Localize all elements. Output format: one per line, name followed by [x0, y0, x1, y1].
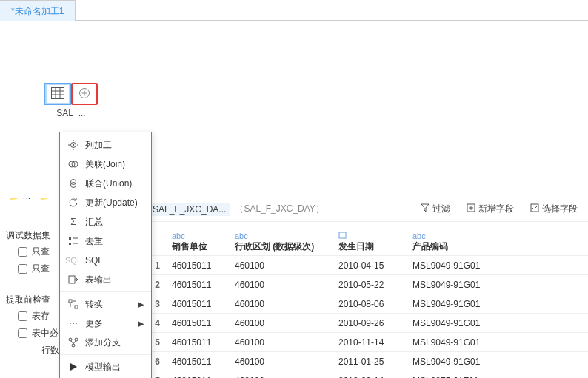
context-menu: 列加工 关联(Join) 联合(Union) 更新(Update) Σ 汇总 去…: [59, 132, 152, 378]
menu-update[interactable]: 更新(Update): [60, 193, 151, 212]
table-row[interactable]: 6460150114601002011-01-25MSL9049-91G01: [141, 352, 588, 371]
cell: 460100: [229, 354, 333, 370]
menu-distinct[interactable]: 去重: [60, 232, 151, 251]
menu-convert[interactable]: 转换 ▶: [60, 294, 151, 314]
cell: 460100: [229, 277, 333, 293]
canvas: SAL_... 列加工 关联(Join) 联合(Union) 更新(Update…: [0, 21, 588, 198]
svg-marker-29: [421, 204, 429, 212]
cell: 46015011: [166, 354, 229, 370]
table-row[interactable]: 2460150114601002010-05-22MSL9049-91G01: [141, 275, 588, 294]
sql-icon: SQL: [67, 256, 79, 265]
checkbox[interactable]: [18, 328, 27, 338]
button-label: 过滤: [432, 203, 450, 215]
table-row[interactable]: 7460150114601002010-03-14MSL9075-91F01: [141, 371, 588, 378]
node-label: SAL_...: [44, 105, 98, 118]
button-label: 选择字段: [542, 203, 578, 215]
table-row[interactable]: 4460150114601002010-09-26MSL9049-91G01: [141, 314, 588, 333]
svg-rect-0: [52, 87, 64, 98]
chevron-right-icon: ▶: [138, 300, 144, 309]
menu-sql[interactable]: SQL SQL: [60, 251, 151, 270]
menu-model-output[interactable]: 模型输出: [60, 357, 151, 377]
cell: 460100: [229, 296, 333, 312]
menu-col-process[interactable]: 列加工: [60, 135, 151, 155]
bc-table-short[interactable]: SAL_F_JXC_DA...: [148, 203, 230, 216]
menu-add-branch[interactable]: 添加分支: [60, 333, 151, 352]
menu-label: 转换: [85, 298, 103, 311]
svg-point-25: [69, 338, 72, 341]
svg-point-26: [75, 338, 78, 341]
menu-label: 表输出: [85, 274, 112, 286]
svg-marker-28: [70, 363, 77, 371]
col-type-abc: abc: [235, 232, 327, 240]
cell: MSL9049-91G01: [407, 277, 503, 293]
menu-separator: [60, 354, 151, 355]
cell: MSL9075-91F01: [407, 373, 503, 379]
checkbox[interactable]: [18, 247, 27, 257]
cell: 460100: [229, 334, 333, 351]
cell: MSL9049-91G01: [407, 296, 503, 312]
check-label: 只查: [32, 246, 50, 258]
plus-icon: [78, 87, 90, 101]
tab-active[interactable]: *未命名加工1: [0, 0, 76, 21]
menu-union[interactable]: 联合(Union): [60, 174, 151, 193]
col-header[interactable]: abc行政区划 (数据级次): [235, 225, 327, 259]
col-header[interactable]: abc销售单位: [172, 225, 223, 259]
play-icon: [67, 362, 79, 372]
cell: MSL9049-91G01: [407, 315, 503, 331]
checkbox[interactable]: [18, 264, 27, 274]
funnel-icon: [421, 203, 430, 215]
button-label: 新增字段: [478, 203, 514, 215]
menu-table-output[interactable]: 表输出: [60, 270, 151, 289]
cell: 46015011: [166, 257, 229, 274]
svg-rect-19: [69, 243, 71, 245]
table-row[interactable]: 1460150114601002010-04-15MSL9049-91G01: [141, 256, 588, 275]
cell: 46015011: [166, 373, 229, 379]
svg-rect-24: [75, 306, 78, 308]
chevron-right-icon: ▶: [138, 319, 144, 328]
cell: MSL9049-91G01: [407, 257, 503, 274]
cell: MSL9049-91G01: [407, 334, 503, 351]
col-type-abc: abc: [412, 232, 497, 240]
menu-label: 模型输出: [85, 361, 121, 374]
folder-icon: 📁: [9, 198, 20, 201]
cell: 460100: [229, 373, 333, 379]
svg-point-9: [73, 144, 74, 146]
col-header[interactable]: abc产品编码: [412, 225, 497, 259]
select-field-button[interactable]: 选择字段: [527, 201, 581, 217]
node-add-button[interactable]: [71, 83, 98, 105]
cell: MSL9049-91G01: [407, 354, 503, 370]
add-field-button[interactable]: 新增字段: [464, 201, 517, 217]
data-table: abc销售单位 abc行政区划 (数据级次) 发生日期 abc产品编码 1460…: [141, 221, 588, 378]
menu-separator: [60, 291, 151, 292]
gear-icon: [67, 140, 79, 150]
menu-aggregate[interactable]: Σ 汇总: [60, 212, 151, 232]
cell: 2010-04-15: [333, 257, 407, 274]
svg-rect-22: [69, 276, 75, 283]
menu-label: 去重: [85, 235, 103, 248]
cell: 460100: [229, 257, 333, 274]
add-field-icon: [467, 203, 475, 215]
table-row[interactable]: 3460150114601002010-08-06MSL9049-91G01: [141, 294, 588, 314]
toolbar: SAL_F_JXC_DA... （SAL_F_JXC_DAY） 过滤 新增字段 …: [141, 198, 588, 221]
check-label: 只查: [32, 263, 50, 275]
menu-more[interactable]: ⋯ 更多 ▶: [60, 314, 151, 333]
menu-join[interactable]: 关联(Join): [60, 155, 151, 174]
col-type-abc: abc: [172, 232, 223, 240]
menu-label: 添加分支: [85, 337, 121, 349]
cell: 46015011: [166, 334, 229, 351]
menu-label: 更多: [85, 317, 103, 330]
table-row[interactable]: 5460150114601002010-11-14MSL9049-91G01: [141, 333, 588, 352]
menu-label: 联合(Union): [85, 178, 132, 190]
svg-rect-34: [339, 232, 346, 238]
cell: 2010-08-06: [333, 296, 407, 312]
union-icon: [67, 178, 79, 189]
filter-button[interactable]: 过滤: [418, 201, 453, 217]
checkbox[interactable]: [18, 311, 27, 321]
bc-root[interactable]: h.: [23, 198, 30, 201]
node-table[interactable]: [44, 83, 71, 105]
convert-icon: [67, 299, 79, 309]
col-header[interactable]: 发生日期: [338, 225, 401, 259]
cell: 2010-11-14: [333, 334, 407, 351]
menu-label: 更新(Update): [85, 197, 138, 209]
right-panel: SAL_F_JXC_DA... （SAL_F_JXC_DAY） 过滤 新增字段 …: [141, 198, 588, 378]
